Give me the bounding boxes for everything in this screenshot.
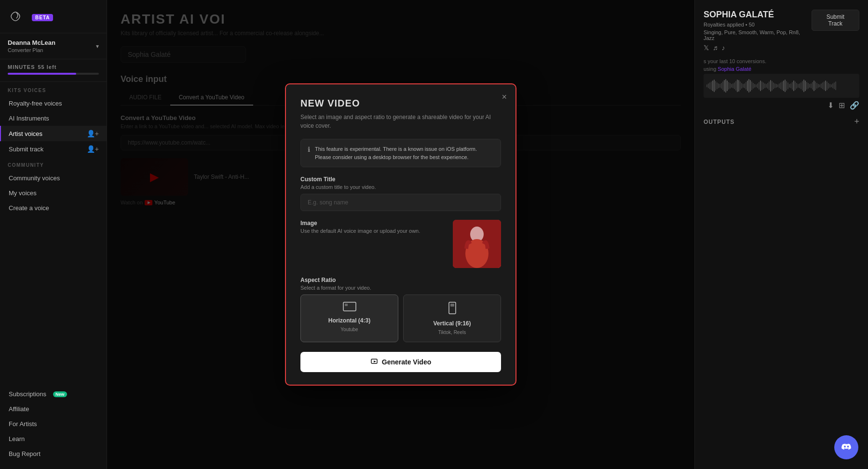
sidebar-item-for-artists[interactable]: For Artists (0, 416, 107, 431)
info-box: ℹ This feature is experimental. There is… (300, 139, 501, 167)
artist-tags: Singing, Pure, Smooth, Warm, Pop, Rn8, J… (704, 29, 812, 41)
image-info: Image Use the default AI voice image or … (300, 220, 445, 238)
twitter-icon[interactable]: 𝕏 (704, 44, 709, 52)
social-icons: 𝕏 ♬ ♪ (704, 44, 812, 52)
tiktok-icon[interactable]: ♪ (722, 44, 725, 52)
main-content: ARTIST AI VOI Kits library of officially… (107, 0, 694, 469)
generate-video-button[interactable]: Generate Video (300, 352, 501, 372)
sidebar-item-community-voices[interactable]: Community voices (0, 171, 107, 186)
vertical-label: Vertical (9:16) (433, 320, 471, 327)
sidebar-footer: Subscriptions New Affiliate For Artists … (0, 387, 107, 469)
artist-header: SOPHIA GALATÉ Royalties applied • 50 Sin… (704, 10, 859, 52)
image-label: Image (300, 220, 445, 227)
aspect-vertical-button[interactable]: Vertical (9:16) Tiktok, Reels (403, 295, 501, 342)
user-name: Deanna McLean (8, 39, 55, 46)
sidebar-item-affiliate[interactable]: Affiliate (0, 402, 107, 416)
waveform-controls: ⬇ ⊞ 🔗 (704, 101, 859, 110)
generate-video-label: Generate Video (382, 358, 431, 366)
vertical-sub: Tiktok, Reels (438, 330, 466, 335)
outputs-header: OUTPUTS + (704, 117, 859, 127)
track-info: s your last 10 conversions. (704, 58, 859, 64)
create-voice-label: Create a voice (9, 204, 49, 212)
minutes-fill (8, 73, 76, 75)
add-output-icon[interactable]: + (854, 117, 859, 127)
aspect-sublabel: Select a format for your video. (300, 285, 501, 291)
artist-name: SOPHIA GALATÉ (704, 10, 812, 20)
aspect-section: Aspect Ratio Select a format for your vi… (300, 277, 501, 342)
image-sublabel: Use the default AI voice image or upload… (300, 228, 445, 234)
waveform-visual (706, 76, 856, 95)
aspect-label: Aspect Ratio (300, 277, 501, 283)
image-thumb-inner (453, 220, 501, 268)
right-panel: SOPHIA GALATÉ Royalties applied • 50 Sin… (694, 0, 868, 469)
user-section[interactable]: Deanna McLean Converter Plan ▾ (0, 33, 107, 59)
kits-voices-label: KITS VOICES (0, 82, 107, 96)
horizontal-icon (343, 302, 356, 314)
subscriptions-label: Subscriptions (9, 390, 46, 398)
sidebar-item-artist-voices[interactable]: Artist voices 👤+ (0, 126, 107, 141)
horizontal-label: Horizontal (4:3) (328, 317, 370, 324)
community-label: COMMUNITY (0, 157, 107, 171)
chevron-down-icon: ▾ (96, 43, 99, 50)
sidebar-item-royalty-free[interactable]: Royalty-free voices (0, 96, 107, 111)
info-text: This feature is experimental. There is a… (315, 145, 494, 161)
custom-title-input[interactable] (300, 194, 501, 211)
minutes-left: 55 left (38, 64, 57, 70)
ai-instruments-label: AI Instruments (9, 115, 49, 122)
sidebar-item-subscriptions[interactable]: Subscriptions New (0, 387, 107, 402)
community-voices-label: Community voices (9, 174, 60, 182)
bug-report-label: Bug Report (9, 450, 41, 457)
svg-rect-5 (343, 302, 356, 311)
beta-badge: BETA (32, 14, 53, 21)
svg-rect-8 (450, 304, 454, 307)
aspect-horizontal-button[interactable]: Horizontal (4:3) Youtube (300, 295, 398, 342)
sidebar-header: BETA (0, 0, 107, 33)
sidebar-item-my-voices[interactable]: My voices (0, 186, 107, 201)
minutes-bar (8, 73, 99, 75)
vertical-icon (448, 302, 456, 317)
modal-overlay[interactable]: × NEW VIDEO Select an image and aspect r… (107, 0, 694, 469)
custom-title-sublabel: Add a custom title to your video. (300, 184, 501, 190)
modal-title: NEW VIDEO (300, 98, 501, 109)
modal-subtitle: Select an image and aspect ratio to gene… (300, 113, 501, 130)
horizontal-sub: Youtube (340, 327, 358, 332)
affiliate-label: Affiliate (9, 405, 29, 413)
spotify-icon[interactable]: ♬ (713, 44, 718, 52)
outputs-label: OUTPUTS (704, 119, 734, 125)
for-artists-label: For Artists (9, 420, 37, 428)
artist-voices-label: Artist voices (9, 130, 42, 137)
minutes-label-text: MINUTES (8, 64, 35, 70)
user-plan: Converter Plan (8, 47, 55, 53)
svg-rect-6 (345, 304, 348, 306)
track-artist-link[interactable]: Sophia Galaté (718, 66, 751, 72)
svg-marker-10 (374, 361, 376, 362)
new-video-modal: × NEW VIDEO Select an image and aspect r… (285, 83, 516, 386)
add-to-playlist-icon[interactable]: ⊞ (839, 101, 845, 110)
waveform-section: s your last 10 conversions. using Sophia… (704, 58, 859, 110)
sidebar-item-submit-track[interactable]: Submit track 👤+ (0, 141, 107, 157)
submit-track-label: Submit track (9, 146, 43, 153)
logo-icon (8, 8, 27, 27)
info-icon: ℹ (308, 146, 310, 153)
sidebar-item-create-voice[interactable]: Create a voice (0, 201, 107, 215)
my-voices-label: My voices (9, 189, 37, 197)
add-user-icon: 👤+ (87, 130, 99, 137)
submit-icon: 👤+ (87, 145, 99, 153)
new-badge: New (53, 391, 67, 397)
minutes-section: MINUTES 55 left (0, 59, 107, 82)
sidebar-item-ai-instruments[interactable]: AI Instruments (0, 111, 107, 126)
custom-title-label: Custom Title (300, 176, 501, 183)
image-thumbnail[interactable] (453, 220, 501, 268)
sidebar-item-learn[interactable]: Learn (0, 431, 107, 446)
image-row: Image Use the default AI voice image or … (300, 220, 501, 268)
sidebar-item-bug-report[interactable]: Bug Report (0, 446, 107, 461)
modal-close-button[interactable]: × (502, 92, 507, 102)
artist-royalties: Royalties applied • 50 (704, 22, 812, 27)
discord-button[interactable] (834, 435, 858, 459)
sidebar: BETA Deanna McLean Converter Plan ▾ MINU… (0, 0, 107, 469)
download-icon[interactable]: ⬇ (827, 101, 834, 110)
waveform-bar (704, 74, 859, 98)
submit-track-button[interactable]: Submit Track (812, 10, 859, 31)
share-link-icon[interactable]: 🔗 (850, 101, 859, 110)
learn-label: Learn (9, 435, 25, 442)
